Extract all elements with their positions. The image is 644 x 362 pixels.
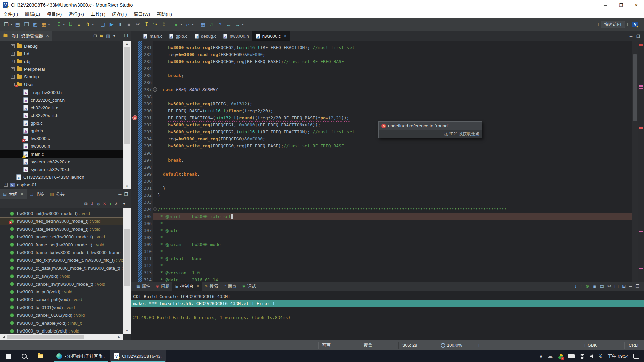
tree-item-esplse-01[interactable]: +Cesplse-01 [0, 181, 123, 189]
tab-书签[interactable]: ❒书签 [27, 189, 47, 199]
display-console-icon[interactable]: ▢ [614, 284, 619, 289]
tree-item-ch32v20x_conf.h[interactable]: .hch32v20x_conf.h [0, 96, 123, 104]
editor-tab-main.c[interactable]: .cmain.c [140, 31, 166, 41]
views-icon[interactable]: ▦ [199, 21, 207, 28]
ruler-mark[interactable] [639, 85, 643, 87]
step-over-icon[interactable]: ↷ [152, 21, 159, 28]
library-icon[interactable]: ≡ [75, 21, 83, 28]
outline-item[interactable]: hw3000_cancel_0101(void) : void [0, 311, 123, 319]
outline-item[interactable]: hw3000_tx_sw(void) : void [0, 272, 123, 280]
build-all-icon[interactable]: ⇊ [67, 21, 74, 28]
expand-icon[interactable]: + [11, 44, 15, 48]
code-line[interactable]: hw3000_write_reg(FREQCFG0,reg|RF_FREQ_BA… [158, 58, 344, 65]
outline-view-menu-icon[interactable]: ▼ [121, 202, 127, 206]
code-line[interactable]: * @version 1.0 [158, 269, 200, 276]
code-line[interactable]: hw3000_write_reg(FREQCFG2,(uint16_t)RF_F… [158, 128, 355, 135]
mounriver-taskbar-button[interactable]: V CH32V203C8T6-43... [110, 350, 166, 362]
outline-item[interactable]: hw3000_power_set(hw3000_mode_t) : void [0, 233, 123, 241]
outline-item[interactable]: hw3000_fifo_tx(hw3000_mode_t, hw3000_fif… [0, 256, 123, 264]
tree-item-system_ch32v20x.h[interactable]: .hsystem_ch32v20x.h [0, 166, 123, 173]
menu-item-2[interactable]: 项目(P) [43, 11, 65, 17]
preferences-icon[interactable]: ◩ [32, 21, 39, 28]
code-line[interactable]: /***************************************… [158, 206, 507, 213]
tab-公共[interactable]: ▥公共 [47, 189, 67, 199]
expand-all-icon[interactable]: ⧉ [84, 201, 87, 207]
menu-item-3[interactable]: 运行(R) [65, 11, 87, 17]
menu-item-1[interactable]: 编辑(E) [21, 11, 43, 17]
code-line[interactable]: RF_FREQ_FRACTION=(uint32_t)round((freq*2… [158, 114, 349, 121]
annotation-ruler[interactable]: ✕ [131, 41, 138, 282]
code-line[interactable]: hw3000_write_reg(RFCFG, 0x1312); [158, 100, 252, 107]
modules-icon[interactable]: ▦ [40, 21, 48, 28]
menu-item-5[interactable]: 闪存(F) [109, 11, 130, 17]
tree-item-main.c[interactable]: .cmain.c [0, 150, 123, 158]
tree-item-Peripheral[interactable]: +Peripheral [0, 65, 123, 73]
console-tab-控制台[interactable]: ▣控制台✕ [172, 282, 202, 291]
code-line[interactable]: hw3000_write_reg(FREQCFG0,reg|RF_FREQ_BA… [158, 142, 344, 149]
build-icon[interactable]: ↧ [55, 21, 63, 28]
step-return-icon[interactable]: ↥ [160, 21, 168, 28]
unit-test-icon[interactable]: J [208, 21, 215, 28]
editor-tab-debug.c[interactable]: .cdebug.c [191, 31, 220, 41]
expand-icon[interactable]: + [11, 52, 15, 56]
tree-item-ch32v20x_it.h[interactable]: .hch32v20x_it.h [0, 112, 123, 119]
dropdown-arrow-icon[interactable]: ▼ [192, 23, 194, 26]
clear-console-icon[interactable]: ⊕ [586, 284, 589, 289]
hide-fields-icon[interactable]: ⌀ [97, 201, 100, 206]
maximize-view-icon[interactable]: ❐ [124, 33, 128, 38]
help-icon[interactable]: ? [217, 21, 224, 28]
close-icon[interactable]: ✕ [46, 34, 49, 38]
next-marker-icon[interactable]: ↓ [575, 284, 577, 289]
code-line[interactable]: hw3000_write_reg(FREQCFG2,(uint16_t)RF_F… [158, 44, 355, 51]
pause-icon[interactable]: ‖ [117, 21, 124, 28]
code-line[interactable]: * @note [158, 227, 179, 234]
dropdown-arrow-icon[interactable]: ▼ [92, 23, 94, 26]
scroll-lock-icon[interactable]: ▣ [592, 284, 596, 289]
maximize-view-icon[interactable]: ❐ [124, 192, 128, 197]
outline-item[interactable]: hw3000_tx_pn9(void) : void [0, 288, 123, 296]
minimize-view-icon[interactable]: ─ [118, 33, 121, 38]
editor-scrollbar[interactable] [632, 41, 638, 282]
start-button[interactable] [0, 350, 16, 362]
quick-access-button[interactable]: 快速访问 [601, 21, 625, 28]
code-line[interactable]: * [158, 220, 163, 227]
tree-item-ch32v20x_it.c[interactable]: .cch32v20x_it.c [0, 104, 123, 112]
tree-item-Debug[interactable]: +Debug [0, 42, 123, 50]
console-tab-问题[interactable]: ⊗问题 [153, 282, 172, 291]
code-line[interactable]: break; [158, 157, 184, 164]
outline-item[interactable]: hw3000_rx_enable(void) : int8_t [0, 319, 123, 327]
outline-item[interactable]: ✕hw3000_freq_set(hw3000_mode_t) : void [0, 217, 123, 225]
code-line[interactable]: hw3000_write_reg(FREQCFG1, 0x8000|(RF_FR… [158, 121, 320, 128]
editor-maximize-icon[interactable]: ❐ [636, 34, 640, 39]
run-icon[interactable]: ▶ [108, 21, 115, 28]
code-line[interactable]: case FREQ_BAND_868MHZ: [158, 86, 221, 93]
nav-back-icon[interactable]: ← [225, 21, 233, 28]
collapse-all-icon[interactable]: ⊟ [93, 33, 97, 38]
tab-大纲[interactable]: ▤大纲✕ [0, 189, 27, 199]
code-line[interactable]: * @param hw3000_mode [158, 241, 221, 248]
dropdown-arrow-icon[interactable]: ▼ [180, 23, 183, 26]
link-with-editor-icon[interactable]: ⇆ [100, 33, 103, 38]
flash-download-icon[interactable]: ↯ [84, 21, 92, 28]
status-zoom[interactable]: 100.0% [441, 340, 462, 350]
save-icon[interactable]: ▤ [14, 21, 21, 28]
fold-collapse-icon[interactable]: − [153, 87, 157, 92]
view-menu-icon[interactable]: ▼ [113, 34, 116, 38]
dropdown-arrow-icon[interactable]: ▼ [241, 23, 244, 26]
outline-scrollbar-v[interactable]: ▼ [123, 208, 131, 334]
ruler-mark[interactable] [639, 127, 643, 129]
collapse-icon[interactable]: − [11, 83, 15, 86]
tree-item-Ld[interactable]: +Ld [0, 50, 123, 58]
antivirus-icon[interactable] [558, 354, 563, 359]
editor-tab-hw3000.c[interactable]: .chw3000.c✕ [252, 31, 290, 41]
dropdown-arrow-icon[interactable]: ▼ [48, 23, 50, 26]
tray-expand-icon[interactable]: ∧ [539, 354, 543, 359]
expand-icon[interactable]: + [11, 60, 15, 63]
save-all-icon[interactable]: ❐ [23, 21, 30, 28]
menu-item-7[interactable]: 帮助(H) [153, 11, 175, 17]
editor-tab-gpio.c[interactable]: .cgpio.c [166, 31, 191, 41]
word-wrap-icon[interactable]: ▤ [600, 284, 604, 289]
code-line[interactable]: default:break; [158, 171, 200, 178]
volume-icon[interactable] [590, 354, 594, 358]
minimize-view-icon[interactable]: ─ [118, 192, 121, 197]
